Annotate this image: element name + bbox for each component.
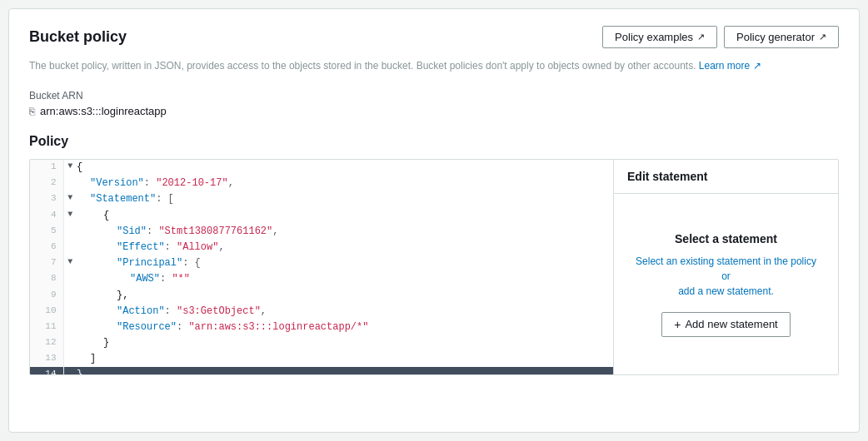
line-code: "Version": "2012-10-17",	[77, 176, 613, 191]
line-number: 3	[30, 191, 63, 207]
line-number: 12	[30, 335, 63, 351]
line-number: 8	[30, 271, 63, 287]
code-line: 13]	[30, 351, 613, 367]
line-number: 4	[30, 208, 63, 224]
line-arrow[interactable]: ▼	[63, 208, 77, 224]
editor-container: 1▼{2"Version": "2012-10-17",3▼"Statement…	[29, 159, 839, 375]
line-number: 14	[30, 367, 63, 374]
external-link-icon-2: ↗	[819, 32, 826, 42]
code-line: 8"AWS": "*"	[30, 271, 613, 287]
select-statement-desc: Select an existing statement in the poli…	[631, 254, 821, 299]
select-statement-desc-line2: add a new statement.	[678, 285, 774, 297]
code-line: 11"Resource": "arn:aws:s3:::loginreactap…	[30, 320, 613, 335]
policy-examples-label: Policy examples	[615, 31, 693, 43]
line-arrow[interactable]	[63, 288, 77, 304]
line-code: "Principal": {	[77, 255, 613, 271]
code-line: 14}	[30, 367, 613, 374]
code-panel[interactable]: 1▼{2"Version": "2012-10-17",3▼"Statement…	[30, 160, 613, 374]
line-arrow[interactable]: ▼	[63, 255, 77, 271]
line-code: {	[77, 208, 613, 224]
line-arrow[interactable]	[63, 240, 77, 255]
line-number: 9	[30, 288, 63, 304]
header-buttons: Policy examples ↗ Policy generator ↗	[602, 26, 839, 48]
line-number: 13	[30, 351, 63, 367]
edit-panel-body: Select a statement Select an existing st…	[614, 194, 838, 374]
line-number: 5	[30, 224, 63, 240]
code-line: 4▼{	[30, 208, 613, 224]
policy-examples-button[interactable]: Policy examples ↗	[602, 26, 717, 48]
arn-value: arn:aws:s3:::loginreactapp	[40, 105, 167, 117]
line-number: 6	[30, 240, 63, 255]
line-arrow[interactable]	[63, 320, 77, 335]
line-arrow[interactable]	[63, 304, 77, 320]
header-row: Bucket policy Policy examples ↗ Policy g…	[29, 26, 839, 48]
code-line: 3▼"Statement": [	[30, 191, 613, 207]
line-arrow[interactable]	[63, 351, 77, 367]
line-code: "AWS": "*"	[77, 271, 613, 287]
line-arrow[interactable]: ▼	[63, 160, 77, 176]
line-code: "Action": "s3:GetObject",	[77, 304, 613, 320]
line-number: 2	[30, 176, 63, 191]
add-new-statement-button[interactable]: + Add new statement	[661, 312, 790, 337]
line-code: {	[77, 160, 613, 176]
line-number: 11	[30, 320, 63, 335]
bucket-arn-label: Bucket ARN	[29, 90, 839, 102]
code-line: 1▼{	[30, 160, 613, 176]
page-container: Bucket policy Policy examples ↗ Policy g…	[8, 8, 860, 433]
line-arrow[interactable]	[63, 176, 77, 191]
line-arrow[interactable]	[63, 224, 77, 240]
code-line: 10"Action": "s3:GetObject",	[30, 304, 613, 320]
policy-generator-button[interactable]: Policy generator ↗	[724, 26, 839, 48]
line-code: "Statement": [	[77, 191, 613, 207]
copy-icon[interactable]: ⎘	[29, 106, 35, 117]
select-statement-desc-line1: Select an existing statement in the poli…	[636, 255, 816, 282]
policy-section-title: Policy	[29, 134, 839, 149]
code-line: 2"Version": "2012-10-17",	[30, 176, 613, 191]
edit-panel: Edit statement Select a statement Select…	[613, 160, 838, 374]
line-code: },	[77, 288, 613, 304]
learn-more-link[interactable]: Learn more ↗	[699, 60, 761, 72]
external-link-icon: ↗	[697, 32, 705, 42]
code-line: 5"Sid": "Stmt1380877761162",	[30, 224, 613, 240]
line-number: 10	[30, 304, 63, 320]
add-statement-label: Add new statement	[685, 318, 777, 330]
plus-icon: +	[674, 318, 681, 331]
line-code: }	[77, 335, 613, 351]
line-code: }	[77, 367, 613, 374]
line-code: "Effect": "Allow",	[77, 240, 613, 255]
line-code: "Sid": "Stmt1380877761162",	[77, 224, 613, 240]
line-arrow[interactable]	[63, 367, 77, 374]
external-link-icon-3: ↗	[753, 60, 761, 72]
select-statement-title: Select a statement	[675, 232, 777, 245]
line-code: "Resource": "arn:aws:s3:::loginreactapp/…	[77, 320, 613, 335]
arn-row: ⎘ arn:aws:s3:::loginreactapp	[29, 105, 839, 117]
info-text: The bucket policy, written in JSON, prov…	[29, 58, 839, 73]
code-line: 9},	[30, 288, 613, 304]
edit-panel-header: Edit statement	[614, 160, 838, 194]
policy-generator-label: Policy generator	[736, 31, 815, 43]
line-number: 7	[30, 255, 63, 271]
code-line: 6"Effect": "Allow",	[30, 240, 613, 255]
line-arrow[interactable]: ▼	[63, 191, 77, 207]
line-number: 1	[30, 160, 63, 176]
code-table: 1▼{2"Version": "2012-10-17",3▼"Statement…	[30, 160, 613, 374]
code-line: 12}	[30, 335, 613, 351]
code-line: 7▼"Principal": {	[30, 255, 613, 271]
line-arrow[interactable]	[63, 335, 77, 351]
line-code: ]	[77, 351, 613, 367]
page-title: Bucket policy	[29, 28, 127, 46]
line-arrow[interactable]	[63, 271, 77, 287]
